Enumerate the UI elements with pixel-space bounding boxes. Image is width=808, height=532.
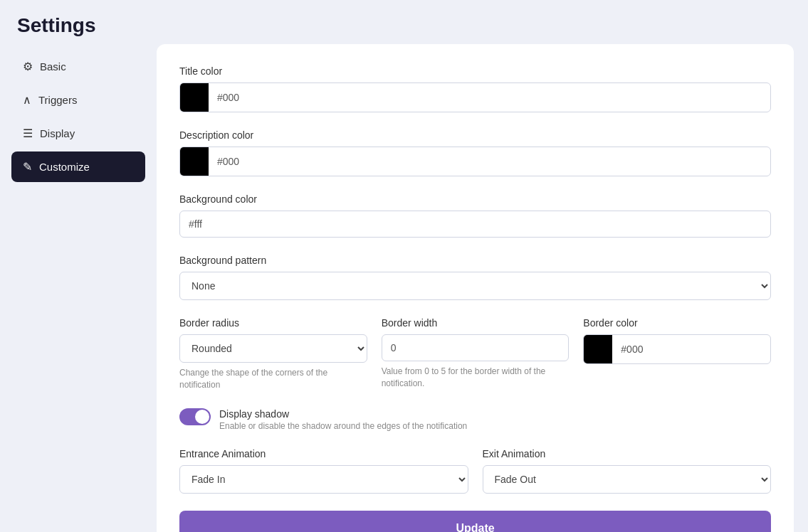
border-radius-helper: Change the shape of the corners of the n… — [179, 367, 367, 391]
description-color-label: Description color — [179, 129, 771, 141]
sidebar-item-display[interactable]: ☰ Display — [11, 118, 145, 149]
background-color-label: Background color — [179, 193, 771, 205]
entrance-animation-select[interactable]: Fade In Slide In Bounce In None — [179, 465, 468, 494]
background-pattern-label: Background pattern — [179, 255, 771, 266]
sidebar-item-label-display: Display — [40, 127, 75, 139]
background-pattern-select[interactable]: None Dots Lines Grid — [179, 272, 771, 300]
page-title: Settings — [0, 0, 808, 44]
exit-animation-group: Exit Animation Fade Out Slide Out Bounce… — [483, 448, 772, 494]
border-color-swatch[interactable] — [584, 335, 612, 363]
border-width-helper: Value from 0 to 5 for the border width o… — [382, 366, 570, 390]
exit-animation-label: Exit Animation — [483, 448, 772, 459]
border-color-group: Border color — [583, 317, 771, 391]
border-radius-label: Border radius — [179, 317, 367, 329]
sidebar-item-label-basic: Basic — [40, 60, 66, 73]
chevron-up-icon: ∧ — [23, 93, 31, 107]
title-color-label: Title color — [179, 65, 771, 77]
entrance-animation-label: Entrance Animation — [179, 448, 468, 459]
display-shadow-helper: Enable or disable the shadow around the … — [219, 421, 467, 431]
description-color-group: Description color — [179, 129, 771, 176]
description-color-swatch[interactable] — [180, 147, 209, 176]
display-shadow-row: Display shadow Enable or disable the sha… — [179, 408, 771, 431]
display-icon: ☰ — [23, 127, 33, 140]
update-button[interactable]: Update — [179, 511, 771, 532]
sidebar-item-label-triggers: Triggers — [38, 94, 77, 106]
border-color-label: Border color — [583, 317, 771, 329]
description-color-input-row — [179, 147, 771, 176]
border-width-group: Border width Value from 0 to 5 for the b… — [382, 317, 570, 391]
description-color-text[interactable] — [209, 150, 770, 173]
background-pattern-group: Background pattern None Dots Lines Grid — [179, 255, 771, 300]
title-color-text[interactable] — [209, 86, 770, 109]
entrance-animation-group: Entrance Animation Fade In Slide In Boun… — [179, 448, 468, 494]
display-shadow-label: Display shadow — [219, 408, 467, 420]
display-shadow-labels: Display shadow Enable or disable the sha… — [219, 408, 467, 431]
border-color-input-row — [583, 334, 771, 364]
border-row: Border radius Rounded Square Pill Change… — [179, 317, 771, 391]
title-color-swatch[interactable] — [180, 83, 209, 112]
border-radius-select[interactable]: Rounded Square Pill — [179, 334, 367, 363]
title-color-input-row — [179, 83, 771, 112]
sidebar-item-triggers[interactable]: ∧ Triggers — [11, 85, 145, 115]
sidebar: ⚙ Basic ∧ Triggers ☰ Display ✎ Customize — [0, 44, 157, 532]
background-color-group: Background color — [179, 193, 771, 238]
sidebar-item-basic[interactable]: ⚙ Basic — [11, 51, 145, 82]
main-content: Title color Description color Background… — [157, 44, 794, 532]
border-color-text[interactable] — [612, 338, 770, 361]
exit-animation-select[interactable]: Fade Out Slide Out Bounce Out None — [483, 465, 772, 494]
gear-icon: ⚙ — [23, 60, 33, 73]
customize-icon: ✎ — [23, 160, 32, 174]
border-radius-group: Border radius Rounded Square Pill Change… — [179, 317, 367, 391]
display-shadow-toggle[interactable] — [179, 408, 211, 425]
title-color-group: Title color — [179, 65, 771, 112]
sidebar-item-label-customize: Customize — [39, 161, 90, 173]
sidebar-item-customize[interactable]: ✎ Customize — [11, 151, 145, 182]
border-width-input[interactable] — [382, 334, 570, 361]
animation-row: Entrance Animation Fade In Slide In Boun… — [179, 448, 771, 494]
background-color-text[interactable] — [179, 211, 771, 238]
border-width-label: Border width — [382, 317, 570, 329]
